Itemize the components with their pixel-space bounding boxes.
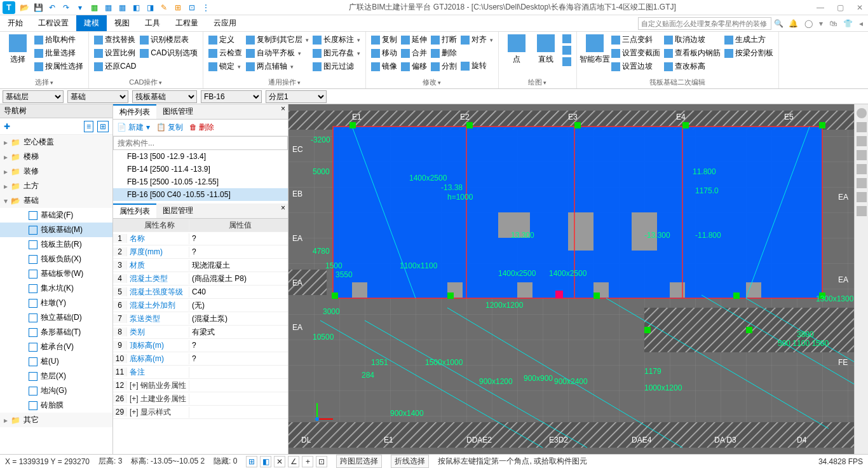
copy-button[interactable]: 📋 复制 <box>156 122 183 133</box>
qat-open-icon[interactable]: 📂 <box>19 3 29 13</box>
new-button[interactable]: 📄 新建 ▾ <box>117 122 150 133</box>
break[interactable]: 打断 <box>430 34 458 46</box>
copy-to-floor[interactable]: 复制到其它层 <box>245 34 310 46</box>
property-row[interactable]: 10底标高(m)? <box>113 352 288 366</box>
property-row[interactable]: 12[+] 钢筋业务属性 <box>113 379 288 392</box>
nav-cat[interactable]: ▸📁空心楼盖 <box>0 135 112 149</box>
view-icon[interactable] <box>857 164 867 174</box>
extend[interactable]: 延伸 <box>400 34 428 46</box>
group-select-label[interactable]: 选择 <box>4 76 85 87</box>
mirror[interactable]: 镜像 <box>370 60 398 72</box>
component-item[interactable]: FB-14 [2500 -11.4 -13.9] <box>113 163 288 176</box>
three-point[interactable]: 三点变斜 <box>610 34 661 46</box>
group-draw-label[interactable]: 绘图 <box>503 76 573 87</box>
view-elev[interactable]: 查改标高 <box>663 60 722 72</box>
identify-floor-table[interactable]: 识别楼层表 <box>139 34 198 46</box>
property-row[interactable]: 3材质现浇混凝土 <box>113 259 288 272</box>
view-icon2[interactable]: ⊞ <box>97 121 109 132</box>
element-save[interactable]: 图元存盘 <box>311 47 362 59</box>
auto-align[interactable]: 自动平齐板 <box>245 47 310 59</box>
view-icon[interactable] <box>857 150 867 160</box>
nav-item[interactable]: 地沟(G) <box>0 383 112 398</box>
nav-cat-foundation[interactable]: ▾📂基础 <box>0 193 112 208</box>
delete-button[interactable]: 🗑 删除 <box>189 122 214 133</box>
find-replace[interactable]: 查找替换 <box>93 34 137 46</box>
nav-item[interactable]: 条形基础(T) <box>0 325 112 340</box>
align[interactable]: 对齐 <box>459 34 494 46</box>
define[interactable]: 定义 <box>207 34 243 46</box>
qat-icon[interactable]: ⊞ <box>173 3 183 13</box>
qat-icon[interactable]: ▦ <box>103 3 113 13</box>
menu-tab-model[interactable]: 建模 <box>76 15 107 31</box>
menu-tab-view[interactable]: 视图 <box>107 15 137 31</box>
nav-item[interactable]: 筏板基础(M) <box>0 223 112 237</box>
status-icon[interactable]: ∠ <box>288 456 299 467</box>
tab-property-list[interactable]: 属性列表 <box>113 203 156 218</box>
property-row[interactable]: 2厚度(mm)? <box>113 245 288 259</box>
menu-tab-tools[interactable]: 工具 <box>137 15 168 31</box>
draw-extra[interactable] <box>561 34 573 44</box>
merge[interactable]: 合并 <box>400 47 428 59</box>
nav-cat[interactable]: ▸📁其它 <box>0 413 112 427</box>
smart-layout[interactable]: 智能布置 <box>581 34 609 76</box>
add-icon[interactable]: ✚ <box>4 122 10 131</box>
more-icon[interactable]: ◂ <box>859 19 863 28</box>
panel-close-icon[interactable]: × <box>278 104 288 119</box>
layer-select[interactable]: 分层1 <box>266 90 327 103</box>
menu-tab-cloud[interactable]: 云应用 <box>206 15 244 31</box>
draw-extra[interactable] <box>561 45 573 55</box>
cad-identify-options[interactable]: CAD识别选项 <box>139 47 198 59</box>
copy[interactable]: 复制 <box>370 34 398 46</box>
batch-select[interactable]: 批量选择 <box>33 47 85 59</box>
draw-extra[interactable] <box>561 57 573 67</box>
qat-icon[interactable]: ⊡ <box>187 3 197 13</box>
length-label[interactable]: 长度标注 <box>311 34 362 46</box>
tab-drawing-mgmt[interactable]: 图纸管理 <box>156 104 200 119</box>
component-select[interactable]: FB-16 <box>201 90 262 103</box>
nav-item[interactable]: 集水坑(K) <box>0 281 112 296</box>
cross-layer-button[interactable]: 跨图层选择 <box>336 455 382 468</box>
nav-item[interactable]: 柱墩(Y) <box>0 296 112 310</box>
compass-icon[interactable] <box>857 108 867 118</box>
property-row[interactable]: 9顶标高(m)? <box>113 339 288 352</box>
menu-tab-start[interactable]: 开始 <box>0 15 31 31</box>
split-by-beam[interactable]: 按梁分割板 <box>723 47 775 59</box>
group-common-label[interactable]: 通用操作 <box>207 76 362 87</box>
set-slope[interactable]: 设置边坡 <box>610 60 661 72</box>
nav-item[interactable]: 桩承台(V) <box>0 340 112 354</box>
property-row[interactable]: 6混凝土外加剂(无) <box>113 299 288 312</box>
group-modify-label[interactable]: 修改 <box>370 76 494 87</box>
qat-icon[interactable]: ◨ <box>145 3 155 13</box>
tab-component-list[interactable]: 构件列表 <box>113 104 156 119</box>
menu-tab-settings[interactable]: 工程设置 <box>31 15 76 31</box>
rotate[interactable]: 旋转 <box>459 60 494 72</box>
qat-down-icon[interactable]: ▾ <box>75 3 85 13</box>
property-row[interactable]: 29[+] 显示样式 <box>113 406 288 419</box>
offset[interactable]: 偏移 <box>400 60 428 72</box>
split[interactable]: 分割 <box>430 60 458 72</box>
property-row[interactable]: 8类别有梁式 <box>113 326 288 339</box>
nav-cat[interactable]: ▸📁土方 <box>0 179 112 193</box>
qat-icon[interactable]: ▦ <box>117 3 127 13</box>
two-point-axis[interactable]: 两点辅轴 <box>245 60 310 72</box>
floor-select[interactable]: 基础层 <box>3 90 64 103</box>
polyline-select-button[interactable]: 折线选择 <box>391 455 429 468</box>
view-icon[interactable]: ≡ <box>84 121 93 132</box>
component-item[interactable]: FB-13 [500 -12.9 -13.4] <box>113 150 288 163</box>
qat-icon[interactable]: ◧ <box>131 3 141 13</box>
delete[interactable]: 删除 <box>430 47 458 59</box>
property-row[interactable]: 7泵送类型(混凝土泵) <box>113 312 288 326</box>
close-icon[interactable]: ✕ <box>854 3 865 12</box>
set-scale[interactable]: 设置比例 <box>93 47 137 59</box>
search-go-icon[interactable]: 🔍 <box>774 19 783 28</box>
nav-item[interactable]: 砖胎膜 <box>0 398 112 413</box>
property-row[interactable]: 1名称? <box>113 232 288 245</box>
cloud-check[interactable]: 云检查 <box>207 47 243 59</box>
pick-component[interactable]: 拾取构件 <box>33 34 85 46</box>
nav-cat[interactable]: ▸📁楼梯 <box>0 149 112 164</box>
minimize-icon[interactable]: — <box>814 3 827 12</box>
cube-icon[interactable] <box>857 122 867 132</box>
nav-item[interactable]: 垫层(X) <box>0 369 112 383</box>
help-search-input[interactable] <box>638 17 771 30</box>
nav-cat[interactable]: ▸📁装修 <box>0 164 112 179</box>
